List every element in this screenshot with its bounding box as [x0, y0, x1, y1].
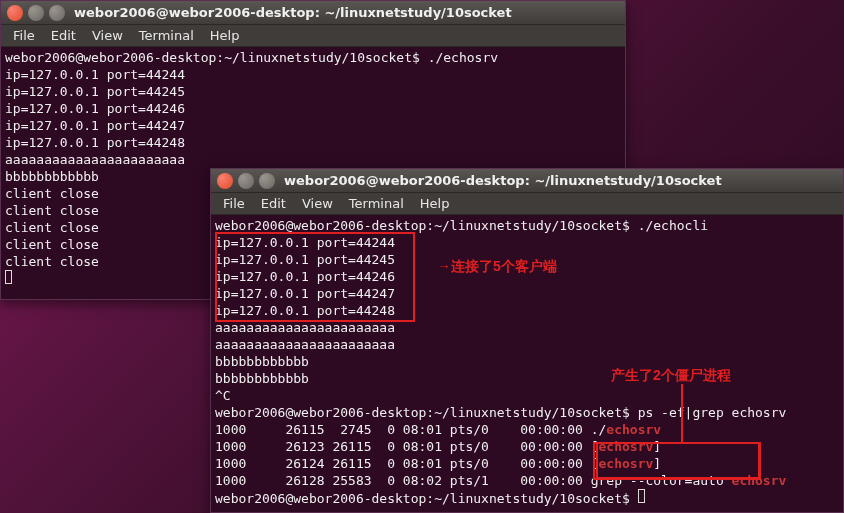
close-icon[interactable]	[7, 5, 23, 21]
maximize-icon[interactable]	[49, 5, 65, 21]
terminal-body-client[interactable]: webor2006@webor2006-desktop:~/linuxnetst…	[211, 215, 843, 509]
titlebar-client: webor2006@webor2006-desktop: ~/linuxnets…	[211, 169, 843, 193]
menu-help[interactable]: Help	[414, 194, 456, 213]
menu-terminal[interactable]: Terminal	[133, 26, 200, 45]
menu-help[interactable]: Help	[204, 26, 246, 45]
menu-edit[interactable]: Edit	[255, 194, 292, 213]
terminal-window-client: webor2006@webor2006-desktop: ~/linuxnets…	[210, 168, 844, 513]
menu-view[interactable]: View	[86, 26, 129, 45]
menu-terminal[interactable]: Terminal	[343, 194, 410, 213]
menubar-server: File Edit View Terminal Help	[1, 25, 625, 47]
cursor-icon	[5, 270, 12, 284]
menu-file[interactable]: File	[217, 194, 251, 213]
close-icon[interactable]	[217, 173, 233, 189]
menubar-client: File Edit View Terminal Help	[211, 193, 843, 215]
window-title-server: webor2006@webor2006-desktop: ~/linuxnets…	[74, 5, 512, 20]
minimize-icon[interactable]	[238, 173, 254, 189]
cursor-icon	[638, 489, 645, 503]
menu-file[interactable]: File	[7, 26, 41, 45]
maximize-icon[interactable]	[259, 173, 275, 189]
menu-view[interactable]: View	[296, 194, 339, 213]
titlebar-server: webor2006@webor2006-desktop: ~/linuxnets…	[1, 1, 625, 25]
minimize-icon[interactable]	[28, 5, 44, 21]
window-title-client: webor2006@webor2006-desktop: ~/linuxnets…	[284, 173, 722, 188]
menu-edit[interactable]: Edit	[45, 26, 82, 45]
